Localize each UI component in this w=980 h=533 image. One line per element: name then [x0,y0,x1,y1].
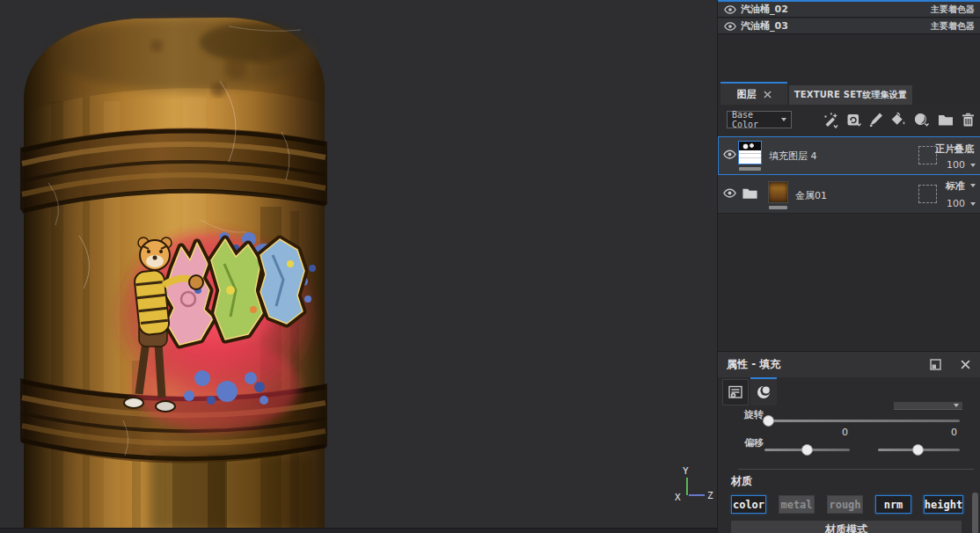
layer-thumbnail[interactable] [738,141,762,164]
settings-list-icon [728,384,743,400]
texture-set-row[interactable]: 汽油桶_02 主要着色器 [718,2,980,18]
offset-x-slider-handle[interactable] [801,444,813,456]
rotation-label: 旋转 [744,408,764,421]
add-group-folder-icon[interactable] [937,112,954,128]
properties-title: 属性 - 填充 [727,357,930,372]
channel-button-height[interactable]: height [924,495,963,514]
material-sphere-icon [756,384,772,400]
texture-set-shader-label[interactable]: 主要着色器 [931,20,975,33]
layer-opacity-value[interactable]: 100 [947,159,965,171]
material-section-label: 材质 [731,474,752,489]
tab-texture-set-settings[interactable]: TEXTURE SET纹理集设置 [789,85,912,105]
tab-properties-settings[interactable] [722,379,749,405]
layer-name[interactable]: 金属01 [795,189,827,202]
add-fill-layer-icon[interactable] [889,112,907,128]
blend-mode-selector[interactable]: 正片叠底 [935,142,974,156]
layer-list: 填充图层 4 正片叠底 100 金属01 标准 [718,136,980,214]
properties-header: 属性 - 填充 [718,352,980,377]
blend-mode-selector[interactable]: 标准 [946,179,965,193]
material-mode-button[interactable]: 材质模式 [731,521,962,533]
delete-layer-trash-icon[interactable] [961,112,976,128]
channel-selector-dropdown[interactable]: Base Color [727,111,792,128]
layer-drag-bar [739,167,761,171]
chevron-down-icon [781,118,786,121]
layers-toolbar: Base Color [718,105,980,136]
layer-name[interactable]: 填充图层 4 [769,150,817,163]
right-panel: 汽油桶_02 主要着色器 汽油桶_03 主要着色器 图层 TEXTURE SET… [717,0,980,533]
tab-layers-label: 图层 [737,88,757,101]
texture-set-name: 汽油桶_03 [741,19,931,33]
thumbnail-image [739,142,761,150]
properties-panel: 属性 - 填充 [718,351,980,533]
z-axis-label: Z [707,490,713,501]
3d-viewport[interactable]: Y X Z [0,0,717,533]
y-axis-label: Y [683,465,689,477]
chevron-down-icon[interactable] [970,184,976,187]
section-divider [738,469,974,470]
offset-y-slider-handle[interactable] [912,444,924,456]
x-axis-label: X [675,492,681,503]
barrel-3d-model[interactable] [0,0,717,533]
chevron-down-icon[interactable] [970,164,976,167]
cutoff-dropdown[interactable] [894,402,962,410]
layer-drag-bar [769,206,787,209]
chevron-down-icon [954,404,959,407]
layer-opacity-value[interactable]: 100 [947,198,965,209]
tab-close-icon[interactable] [764,91,772,99]
close-panel-icon[interactable] [961,360,970,369]
graffiti-decal [112,227,319,431]
texture-set-row[interactable]: 汽油桶_03 主要着色器 [718,18,980,34]
offset-x-value[interactable]: 0 [830,427,848,438]
add-smart-mask-icon[interactable] [913,112,931,128]
panel-tab-bar: 图层 TEXTURE SET纹理集设置 [718,82,980,105]
rotation-slider-handle[interactable] [763,415,774,427]
properties-scrollbar-thumb[interactable] [972,493,978,533]
visibility-eye-icon[interactable] [724,22,736,31]
offset-label: 偏移 [744,436,764,449]
axis-gizmo[interactable]: Y X Z [673,464,715,508]
app-window: Y X Z 汽油桶_02 主要着色器 汽油桶_03 主要着色器 [0,0,980,533]
tab-material[interactable] [750,377,777,405]
channel-selector-value: Base Color [732,110,777,129]
texture-set-shader-label[interactable]: 主要着色器 [931,4,975,16]
mask-slot[interactable] [918,146,937,164]
channel-button-color[interactable]: color [731,495,766,514]
visibility-eye-icon[interactable] [724,5,736,14]
channel-button-metal[interactable]: metal [779,495,815,514]
mask-slot[interactable] [918,185,937,203]
layer-visibility-eye-icon[interactable] [723,188,736,198]
group-folder-icon[interactable] [742,186,758,201]
rotation-slider-track[interactable] [768,420,960,422]
dock-window-icon[interactable] [930,359,941,370]
channel-button-rough[interactable]: rough [827,495,863,514]
tab-texture-set-label: TEXTURE SET纹理集设置 [794,89,907,101]
add-effect-icon[interactable] [823,112,839,128]
add-paint-layer-icon[interactable] [868,112,883,128]
texture-set-name: 汽油桶_02 [741,3,931,16]
tab-layers[interactable]: 图层 [720,82,787,105]
add-smart-material-icon[interactable] [845,112,862,128]
viewport-bottom-bar [0,528,717,533]
chevron-down-icon[interactable] [970,202,976,206]
layer-row-fill-layer[interactable]: 填充图层 4 正片叠底 100 [718,136,980,175]
layer-thumbnail[interactable] [768,181,788,203]
offset-y-value[interactable]: 0 [940,427,957,438]
layer-visibility-eye-icon[interactable] [723,150,736,159]
channel-button-nrm[interactable]: nrm [875,495,911,514]
layer-row-group[interactable]: 金属01 标准 100 [718,175,980,214]
